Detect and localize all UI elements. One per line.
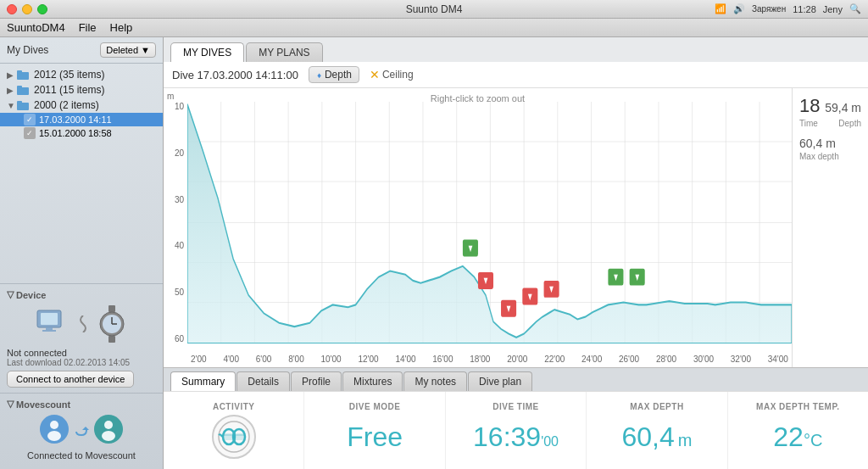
svg-rect-11 [108,336,115,343]
dive-date-1: 17.03.2000 14:11 [39,114,112,125]
depth-button[interactable]: ⬧ Depth [309,66,359,83]
ceiling-button[interactable]: ✕ Ceiling [370,68,414,81]
info-maxdepth-label: Max depth [799,152,861,161]
menu-app[interactable]: SuuntoDM4 [7,21,65,34]
max-depth-unit: m [678,431,693,450]
tab-my-dives[interactable]: MY DIVES [170,42,244,62]
movescount-section-label: ▽ Movescount [7,399,156,410]
sub-tab-diveplan[interactable]: Dive plan [468,371,532,391]
divemode-header: DIVE MODE [349,402,401,411]
svg-rect-1 [17,70,22,74]
dive-date-header: Dive 17.03.2000 14:11:00 [172,69,298,81]
content-area: MY DIVES MY PLANS Dive 17.03.2000 14:11:… [164,37,868,469]
dropdown-arrow-icon: ▼ [141,45,150,55]
svg-text:▼: ▼ [634,271,641,282]
main-layout: My Dives Deleted ▼ ▶ 2012 (35 items) [0,37,868,469]
movescount-icons [7,415,156,444]
wifi-icon: 📶 [715,3,726,14]
sync-arrow-icon [74,422,89,437]
dive-header-row: Dive 17.03.2000 14:11:00 ⬧ Depth ✕ Ceili… [164,62,868,88]
watch-icon [97,305,127,343]
username: Jeny [823,4,843,14]
sub-tab-mixtures[interactable]: Mixtures [342,371,403,391]
movescount-status-text: Connected to Movescount [7,447,156,464]
close-button[interactable] [7,4,17,14]
svg-text:▼: ▼ [612,271,619,282]
tree-item-2012[interactable]: ▶ 2012 (35 items) [0,67,163,82]
svg-text:▼: ▼ [467,242,474,254]
svg-text:▼: ▼ [482,274,489,286]
sub-tab-details[interactable]: Details [236,371,290,391]
activity-icon [212,415,256,459]
dive-entry-2[interactable]: ✓ 15.01.2000 18:58 [0,126,163,140]
chevron-down-icon-2000: ▼ [7,101,17,110]
deleted-button[interactable]: Deleted ▼ [100,42,156,58]
dive-entry-1[interactable]: ✓ 17.03.2000 14:11 [0,113,163,126]
computer-icon [36,309,70,339]
sub-tab-mynotes[interactable]: My notes [403,371,467,391]
svg-point-18 [104,421,113,429]
tree-item-2000[interactable]: ▼ 2000 (2 items) [0,98,163,113]
tree-area: ▶ 2012 (35 items) ▶ 201 [0,64,163,283]
info-time-value: 18 [799,95,820,117]
depth-icon: ⬧ [316,69,322,81]
sub-tab-profile[interactable]: Profile [291,371,342,391]
device-icons [7,305,156,343]
check-icon-2: ✓ [24,127,36,139]
dive-time-display: 16:39 '00 [473,422,559,453]
dive-chart-svg: ▼ ▼ ▼ ▼ [187,102,792,343]
svg-rect-3 [17,86,22,89]
device-status: Not connected Last download 02.02.2013 1… [7,348,156,367]
svg-rect-10 [108,305,115,312]
menu-help[interactable]: Help [110,21,133,34]
device-section: ▽ Device [0,283,163,393]
depth-label: Depth [325,69,352,81]
svg-text:▼: ▼ [526,290,533,302]
last-download-text: Last download 02.02.2013 14:05 [7,358,156,367]
menubar: SuuntoDM4 File Help [0,19,868,37]
summary-col-divemode: DIVE MODE Free [304,392,445,469]
folder-icon-2000 [17,100,31,110]
maxdepthtemp-header: MAX DEPTH TEMP. [756,402,839,411]
m-label: m [167,92,174,101]
sub-tabs: Summary Details Profile Mixtures My note… [164,367,868,391]
minimize-button[interactable] [22,4,32,14]
deleted-label: Deleted [106,45,138,55]
max-depth-display: 60,4 m [621,422,692,453]
svg-point-16 [50,421,58,429]
ceiling-icon: ✕ [370,68,380,81]
folder-icon-2011 [17,85,31,95]
sub-tab-summary[interactable]: Summary [170,371,236,391]
dive-time-sec: '00 [541,434,559,449]
dive-date-2: 15.01.2000 18:58 [39,128,112,138]
chart-row: m Right-click to zoom out 10 20 30 40 50… [164,88,868,367]
info-depth-value: 59,4 m [825,101,861,114]
chart-area: m Right-click to zoom out 10 20 30 40 50… [164,88,792,367]
tree-item-2011[interactable]: ▶ 2011 (15 items) [0,82,163,98]
window-controls [7,4,47,14]
ceiling-label: Ceiling [382,69,414,81]
chart-x-axis: 2'00 4'00 6'00 8'00 10'00 12'00 14'00 16… [187,355,792,364]
activity-header: ACTIVITY [213,402,255,411]
chevron-right-icon: ▶ [7,70,17,80]
svg-text:▼: ▼ [505,302,512,314]
maximize-button[interactable] [37,4,47,14]
svg-rect-9 [42,330,56,332]
avatar-diver [94,415,123,444]
svg-rect-7 [41,313,58,325]
chevron-down-device-icon: ▽ [7,289,14,300]
tree-label-2000: 2000 (2 items) [34,99,99,111]
svg-text:▼: ▼ [548,282,555,294]
info-depth-label: Depth [838,119,861,128]
max-depth-temp-display: 22 °C [773,422,822,453]
volume-icon: 🔊 [733,3,745,14]
titlebar: Suunto DM4 📶 🔊 Заряжен 11:28 Jeny 🔍 [0,0,868,19]
tab-my-plans[interactable]: MY PLANS [246,42,322,62]
sidebar-header: My Dives Deleted ▼ [0,37,163,64]
search-icon[interactable]: 🔍 [849,3,861,14]
menu-file[interactable]: File [79,21,97,34]
connect-button[interactable]: Connect to another device [7,371,134,388]
tree-label-2012: 2012 (35 items) [34,69,104,81]
chevron-down-movescount-icon: ▽ [7,399,14,410]
mask-icon [217,420,251,454]
